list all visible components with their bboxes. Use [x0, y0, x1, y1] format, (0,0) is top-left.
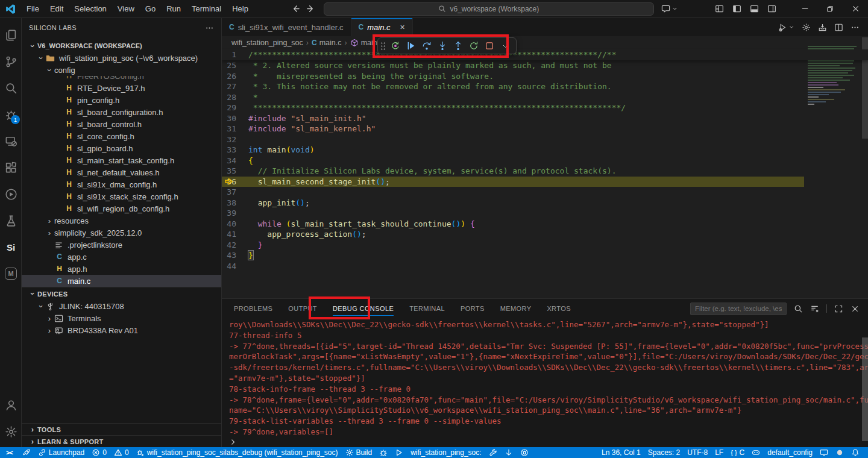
tree-item-sl-core-config-h[interactable]: Hsl_core_config.h [22, 130, 221, 142]
source-control-icon[interactable] [0, 48, 22, 75]
menu-run[interactable]: Run [161, 4, 186, 13]
run-circle-icon[interactable] [0, 181, 22, 207]
panel-tab-output[interactable]: OUTPUT [288, 299, 317, 318]
panel-tab-xrtos[interactable]: XRTOS [547, 299, 571, 318]
debug-step-into-icon[interactable] [435, 39, 450, 53]
flash-download-icon[interactable] [818, 23, 827, 32]
panel-search-icon[interactable] [794, 304, 803, 313]
cursor-position[interactable]: Ln 36, Col 1 [598, 447, 644, 458]
tree-item-sl-board-control-h[interactable]: Hsl_board_control.h [22, 118, 221, 130]
menu-view[interactable]: View [112, 4, 140, 13]
debug-device-item[interactable] [517, 447, 532, 458]
menu-go[interactable]: Go [140, 4, 161, 13]
copilot-chat-icon[interactable] [661, 4, 678, 13]
toggle-secondary-sidebar-icon[interactable] [767, 4, 776, 13]
clear-console-icon[interactable] [810, 304, 819, 313]
toggle-panel-icon[interactable] [750, 4, 759, 13]
tree-item-rte-device-917-h[interactable]: HRTE_Device_917.h [22, 82, 221, 94]
sidebar-more-icon[interactable] [205, 24, 214, 33]
launchpad-rocket-icon[interactable] [19, 447, 34, 458]
nav-back-icon[interactable] [291, 4, 300, 13]
minimap[interactable] [808, 46, 861, 160]
debug-config-item[interactable]: wifi_station_ping_soc_silabs_debug (wifi… [133, 447, 342, 458]
wrench-item[interactable] [485, 447, 501, 458]
debug-restart-icon[interactable] [467, 39, 481, 53]
indentation[interactable]: Spaces: 2 [644, 447, 684, 458]
panel-tab-debug-console[interactable]: DEBUG CONSOLE [333, 299, 394, 318]
test-flask-icon[interactable] [0, 207, 22, 234]
tree-item-config[interactable]: ›config [22, 64, 221, 76]
close-tab-icon[interactable]: × [400, 22, 405, 32]
menu-help[interactable]: Help [227, 4, 254, 13]
window-close-icon[interactable] [843, 0, 868, 17]
remote-indicator[interactable]: >< [0, 447, 19, 458]
tree-item-sl-net-default-values-h[interactable]: Hsl_net_default_values.h [22, 166, 221, 178]
tree-item-terminals[interactable]: ›Terminals [22, 312, 221, 324]
bug-item[interactable] [376, 447, 391, 458]
panel-tab-problems[interactable]: PROBLEMS [234, 299, 272, 318]
run-item[interactable] [391, 447, 407, 458]
menu-file[interactable]: File [21, 4, 45, 13]
menu-selection[interactable]: Selection [69, 4, 112, 13]
tree-item-sl-si91x-stack-size-config-h[interactable]: Hsl_si91x_stack_size_config.h [22, 190, 221, 202]
tree-item-app-c[interactable]: Capp.c [22, 251, 221, 263]
tree-item-simplicity-sdk-2025-12-0[interactable]: ›simplicity_sdk_2025.12.0 [22, 227, 221, 239]
mcu-tools-icon[interactable]: M [0, 260, 22, 287]
run-debug-icon[interactable]: 1 [0, 101, 22, 128]
close-panel-icon[interactable] [851, 304, 860, 313]
debug-console-output[interactable]: roy\\Downloads\\SDKs\\Dec\\Dec_22\\gecko… [222, 318, 868, 437]
menu-terminal[interactable]: Terminal [186, 4, 227, 13]
run-or-debug-icon[interactable] [778, 23, 794, 32]
tab-sli_si91x_wifi_event_handler.c[interactable]: Csli_si91x_wifi_event_handler.c [222, 18, 351, 36]
debug-reset-icon[interactable] [388, 39, 403, 53]
screencast-item[interactable] [816, 447, 832, 458]
tree-item-projectlinkstore[interactable]: .projectlinkstore [22, 239, 221, 251]
encoding[interactable]: UTF-8 [684, 447, 711, 458]
tab-main.c[interactable]: Cmain.c× [351, 18, 413, 36]
copilot-status[interactable] [748, 447, 764, 458]
explorer-icon[interactable] [0, 22, 22, 48]
warnings-item[interactable]: 0 [110, 447, 133, 458]
launchpad-item[interactable]: Launchpad [34, 447, 88, 458]
tree-item-brd4338a-rev-a01[interactable]: ›BRD4338A Rev A01 [22, 324, 221, 336]
remote-explorer-icon[interactable] [0, 128, 22, 154]
command-center-search[interactable]: v6_workspace (Workspace) [324, 2, 654, 16]
silicon-labs-icon[interactable]: Si [0, 234, 22, 260]
tree-item-app-h[interactable]: Happ.h [22, 263, 221, 275]
accounts-icon[interactable] [0, 392, 22, 418]
tree-item-pin-config-h[interactable]: Hpin_config.h [22, 94, 221, 106]
console-filter-input[interactable] [690, 303, 787, 315]
breadcrumb-wifi_station_ping_soc[interactable]: wifi_station_ping_soc [231, 39, 303, 47]
toolbar-drag-handle[interactable] [380, 42, 386, 50]
debug-continue-icon[interactable] [404, 39, 418, 53]
panel-tab-ports[interactable]: PORTS [461, 299, 485, 318]
editor-more-icon[interactable] [851, 23, 860, 32]
window-minimize-icon[interactable] [792, 0, 817, 17]
debug-stop-icon[interactable] [482, 39, 497, 53]
editor-settings-gear-icon[interactable] [802, 23, 811, 32]
extensions-icon[interactable] [0, 154, 22, 181]
tree-item-sl-board-configuration-h[interactable]: Hsl_board_configuration.h [22, 106, 221, 118]
tree-item-sl-gpio-board-h[interactable]: Hsl_gpio_board.h [22, 142, 221, 154]
toggle-sidebar-icon[interactable] [732, 4, 741, 13]
sidebar-section-tools[interactable]: ›TOOLS [22, 423, 221, 435]
nav-forward-icon[interactable] [306, 4, 315, 13]
notifications-bell[interactable] [848, 447, 863, 458]
tree-item-devices[interactable]: ›DEVICES [22, 287, 221, 300]
tree-item-v6-workspace-workspace[interactable]: ›V6_WORKSPACE (WORKSPACE) [22, 40, 221, 52]
tree-item-main-c[interactable]: Cmain.c [22, 275, 221, 287]
debug-step-over-icon[interactable] [420, 39, 434, 53]
console-prompt-icon[interactable] [229, 438, 237, 446]
tree-item-wifi-station-ping-soc-v6-workspace[interactable]: ›wifi_station_ping_soc (~\v6_workspace) [22, 52, 221, 64]
panel-tab-memory[interactable]: MEMORY [500, 299, 532, 318]
tree-item-resources[interactable]: ›resources [22, 215, 221, 227]
search-icon[interactable] [0, 75, 22, 101]
code-editor[interactable]: wifi_station_ping_soc›Cmain.c›main 1/***… [222, 36, 868, 298]
status-dot[interactable] [832, 447, 848, 458]
window-restore-icon[interactable] [817, 0, 843, 17]
menu-edit[interactable]: Edit [45, 4, 69, 13]
build-item[interactable]: Build [342, 447, 376, 458]
settings-gear-icon[interactable] [0, 418, 22, 445]
customize-layout-icon[interactable] [715, 4, 724, 13]
panel-tab-terminal[interactable]: TERMINAL [409, 299, 445, 318]
